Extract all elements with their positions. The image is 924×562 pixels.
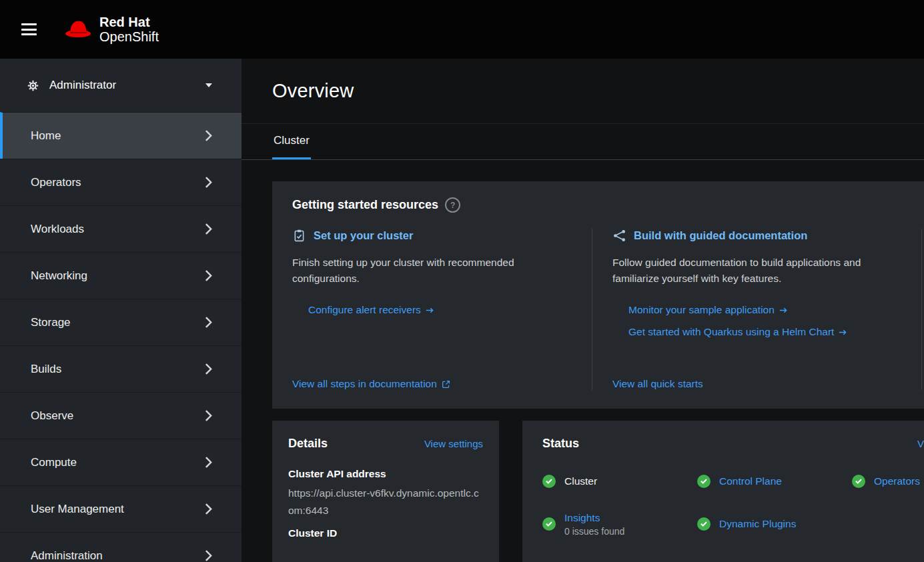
- sidebar-item-label: Networking: [31, 269, 87, 283]
- check-circle-icon: [542, 475, 556, 488]
- sidebar-item-label: Administration: [31, 549, 103, 562]
- sidebar-item-label: Operators: [31, 176, 81, 189]
- setup-cluster-heading-link[interactable]: Set up your cluster: [314, 229, 413, 242]
- tab-cluster-label: Cluster: [274, 134, 310, 147]
- sidebar-item-label: Observe: [31, 409, 73, 423]
- sidebar-item-label: Workloads: [31, 223, 84, 236]
- check-circle-icon: [697, 517, 711, 531]
- sidebar-item-storage[interactable]: Storage: [0, 299, 242, 345]
- insights-issues-count: 0 issues found: [564, 526, 624, 537]
- status-item-operators: Operators: [852, 468, 924, 495]
- chevron-right-icon: [205, 130, 212, 141]
- chevron-right-icon: [205, 410, 212, 421]
- getting-started-header: Getting started resources: [272, 197, 924, 213]
- getting-started-title: Getting started resources: [292, 198, 438, 212]
- chevron-right-icon: [205, 550, 212, 561]
- status-item-dynamic-plugins: Dynamic Plugins: [697, 511, 852, 537]
- help-icon[interactable]: [445, 197, 460, 213]
- arrow-right-icon: [779, 306, 788, 315]
- sidebar-item-compute[interactable]: Compute: [0, 439, 242, 485]
- chevron-right-icon: [205, 503, 212, 515]
- guided-documentation-column: Build with guided documentation Follow g…: [592, 229, 921, 390]
- status-card: Status View alerts Cluster Control Plane: [522, 421, 924, 562]
- sidebar: Administrator Home Operators Workloads N…: [0, 59, 242, 562]
- sidebar-item-builds[interactable]: Builds: [0, 345, 242, 392]
- quarkus-helm-chart-link[interactable]: Get started with Quarkus using a Helm Ch…: [628, 326, 901, 338]
- dynamic-plugins-link[interactable]: Dynamic Plugins: [719, 518, 796, 530]
- gear-icon: [27, 79, 39, 92]
- chevron-right-icon: [205, 177, 212, 188]
- sidebar-item-label: Builds: [31, 363, 61, 376]
- getting-started-card: Getting started resources Set up your: [272, 181, 924, 409]
- arrow-right-icon: [839, 328, 847, 337]
- status-title: Status: [542, 437, 579, 451]
- page-header: Overview: [242, 59, 924, 124]
- main-content: Overview Cluster Getting started resourc…: [242, 59, 924, 562]
- field-label: Cluster API address: [288, 468, 483, 480]
- sidebar-nav: Home Operators Workloads Networking Stor…: [0, 112, 242, 562]
- perspective-label: Administrator: [49, 79, 116, 92]
- sidebar-item-label: Compute: [31, 456, 77, 469]
- guided-route-icon: [612, 229, 626, 243]
- cluster-id-field: Cluster ID: [288, 527, 483, 539]
- chevron-right-icon: [205, 317, 212, 328]
- sidebar-item-label: Storage: [31, 316, 71, 329]
- view-all-steps-link[interactable]: View all steps in documentation: [292, 378, 572, 390]
- redhat-openshift-logo: Red Hat OpenShift: [64, 15, 159, 44]
- view-all-quick-starts-link[interactable]: View all quick starts: [612, 378, 901, 390]
- sidebar-item-home[interactable]: Home: [0, 112, 242, 159]
- sidebar-item-label: Home: [31, 129, 61, 143]
- insights-link[interactable]: Insights: [564, 512, 624, 524]
- overview-dashboard: Getting started resources Set up your: [242, 160, 924, 562]
- caret-down-icon: [205, 83, 212, 87]
- brand-line2: OpenShift: [99, 29, 159, 44]
- tab-cluster[interactable]: Cluster: [272, 124, 311, 159]
- masthead: Red Hat OpenShift: [0, 0, 924, 59]
- getting-started-column-clipped: [921, 229, 924, 390]
- perspective-switcher[interactable]: Administrator: [0, 59, 242, 112]
- getting-started-columns: Set up your cluster Finish setting up yo…: [272, 229, 924, 409]
- field-label: Cluster ID: [288, 527, 483, 539]
- nav-toggle-button[interactable]: [16, 15, 42, 44]
- guided-documentation-description: Follow guided documentation to build app…: [612, 255, 901, 287]
- sidebar-item-workloads[interactable]: Workloads: [0, 205, 242, 252]
- status-item-control-plane: Control Plane: [697, 468, 852, 495]
- view-settings-link[interactable]: View settings: [424, 438, 483, 449]
- tab-bar: Cluster: [242, 124, 924, 160]
- redhat-hat-icon: [64, 19, 92, 39]
- chevron-right-icon: [205, 223, 212, 235]
- cluster-api-address-field: Cluster API address https://api.cluster-…: [288, 468, 483, 519]
- status-item-insights: Insights 0 issues found: [542, 511, 697, 537]
- details-title: Details: [288, 437, 328, 451]
- sidebar-item-label: User Management: [31, 503, 124, 516]
- sidebar-item-administration[interactable]: Administration: [0, 532, 242, 562]
- external-link-icon: [442, 380, 450, 389]
- field-value: https://api.cluster-v6fkv.dynamic.opentl…: [288, 485, 483, 519]
- details-card: Details View settings Cluster API addres…: [272, 421, 499, 562]
- chevron-right-icon: [205, 363, 212, 375]
- clipboard-check-icon: [292, 229, 306, 243]
- sidebar-item-observe[interactable]: Observe: [0, 392, 242, 439]
- setup-cluster-description: Finish setting up your cluster with reco…: [292, 255, 572, 287]
- arrow-right-icon: [426, 306, 434, 315]
- hamburger-icon: [21, 23, 37, 35]
- chevron-right-icon: [205, 457, 212, 468]
- operators-link[interactable]: Operators: [874, 475, 920, 487]
- control-plane-link[interactable]: Control Plane: [719, 475, 782, 487]
- check-circle-icon: [542, 517, 556, 531]
- brand-text: Red Hat OpenShift: [99, 15, 159, 44]
- brand-line1: Red Hat: [99, 15, 159, 29]
- status-item-cluster: Cluster: [542, 468, 697, 495]
- guided-documentation-heading-link[interactable]: Build with guided documentation: [634, 229, 807, 242]
- check-circle-icon: [852, 475, 865, 488]
- configure-alert-receivers-link[interactable]: Configure alert receivers: [308, 304, 572, 316]
- check-circle-icon: [697, 475, 711, 488]
- sidebar-item-networking[interactable]: Networking: [0, 252, 242, 299]
- sidebar-item-operators[interactable]: Operators: [0, 159, 242, 205]
- view-alerts-link[interactable]: View alerts: [917, 438, 924, 449]
- page-title: Overview: [272, 80, 354, 102]
- monitor-sample-application-link[interactable]: Monitor your sample application: [628, 304, 901, 316]
- setup-cluster-column: Set up your cluster Finish setting up yo…: [272, 229, 592, 390]
- status-grid: Cluster Control Plane Operators Insights: [542, 468, 924, 537]
- sidebar-item-user-management[interactable]: User Management: [0, 485, 242, 532]
